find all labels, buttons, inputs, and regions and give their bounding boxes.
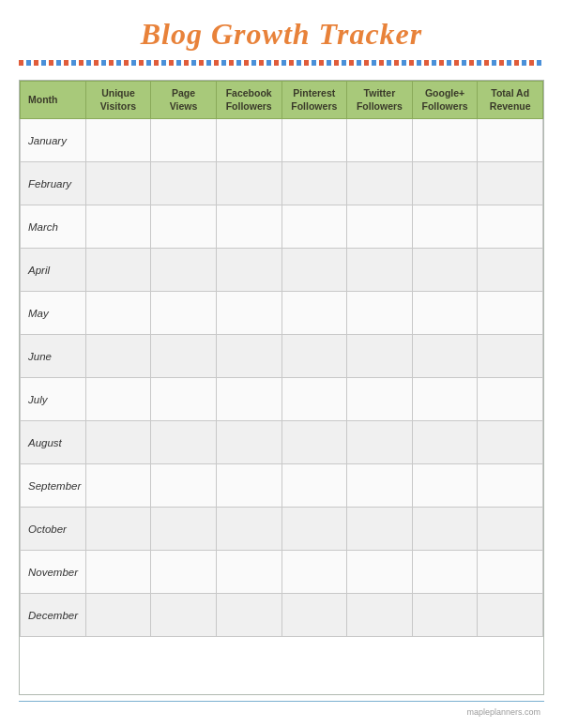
cell-data[interactable] xyxy=(151,292,217,335)
cell-data[interactable] xyxy=(412,162,478,205)
cell-data[interactable] xyxy=(85,249,151,292)
cell-data[interactable] xyxy=(282,335,347,378)
cell-data[interactable] xyxy=(151,119,217,162)
cell-data[interactable] xyxy=(282,508,347,551)
col-header-ad-revenue: Total AdRevenue xyxy=(478,82,543,119)
cell-data[interactable] xyxy=(216,119,282,162)
cell-data[interactable] xyxy=(216,508,282,551)
cell-data[interactable] xyxy=(216,378,282,421)
cell-data[interactable] xyxy=(347,378,413,421)
cell-data[interactable] xyxy=(347,119,413,162)
cell-month: September xyxy=(21,464,86,508)
cell-month: April xyxy=(21,249,86,292)
tracker-table: Month UniqueVisitors PageViews FacebookF… xyxy=(20,81,543,637)
cell-data[interactable] xyxy=(85,594,151,637)
cell-data[interactable] xyxy=(478,249,543,292)
cell-data[interactable] xyxy=(151,551,217,594)
table-row: September xyxy=(21,464,543,508)
cell-data[interactable] xyxy=(216,292,282,335)
cell-month: January xyxy=(21,119,86,162)
cell-data[interactable] xyxy=(216,205,282,249)
cell-data[interactable] xyxy=(151,249,217,292)
cell-month: November xyxy=(21,551,86,594)
cell-data[interactable] xyxy=(478,162,543,205)
cell-data[interactable] xyxy=(282,292,347,335)
cell-data[interactable] xyxy=(478,508,543,551)
cell-data[interactable] xyxy=(85,292,151,335)
cell-month: March xyxy=(21,205,86,249)
cell-data[interactable] xyxy=(216,162,282,205)
cell-data[interactable] xyxy=(347,292,413,335)
cell-data[interactable] xyxy=(347,508,413,551)
table-row: June xyxy=(21,335,543,378)
cell-data[interactable] xyxy=(151,594,217,637)
cell-data[interactable] xyxy=(216,335,282,378)
cell-data[interactable] xyxy=(216,421,282,464)
cell-data[interactable] xyxy=(282,249,347,292)
cell-data[interactable] xyxy=(412,119,478,162)
cell-data[interactable] xyxy=(216,464,282,508)
cell-data[interactable] xyxy=(85,508,151,551)
cell-data[interactable] xyxy=(216,249,282,292)
cell-data[interactable] xyxy=(478,205,543,249)
cell-data[interactable] xyxy=(151,508,217,551)
cell-data[interactable] xyxy=(282,162,347,205)
cell-data[interactable] xyxy=(412,292,478,335)
cell-data[interactable] xyxy=(85,551,151,594)
cell-data[interactable] xyxy=(151,162,217,205)
cell-data[interactable] xyxy=(412,205,478,249)
cell-data[interactable] xyxy=(478,464,543,508)
cell-data[interactable] xyxy=(85,378,151,421)
table-header-row: Month UniqueVisitors PageViews FacebookF… xyxy=(21,82,543,119)
cell-data[interactable] xyxy=(151,421,217,464)
cell-data[interactable] xyxy=(347,551,413,594)
cell-data[interactable] xyxy=(478,119,543,162)
cell-data[interactable] xyxy=(347,162,413,205)
cell-data[interactable] xyxy=(85,162,151,205)
cell-data[interactable] xyxy=(347,205,413,249)
cell-data[interactable] xyxy=(282,464,347,508)
page-title: Blog Growth Tracker xyxy=(141,17,423,52)
cell-data[interactable] xyxy=(412,594,478,637)
cell-data[interactable] xyxy=(347,249,413,292)
cell-data[interactable] xyxy=(151,205,217,249)
cell-data[interactable] xyxy=(216,551,282,594)
cell-data[interactable] xyxy=(85,335,151,378)
cell-month: June xyxy=(21,335,86,378)
cell-data[interactable] xyxy=(347,421,413,464)
cell-data[interactable] xyxy=(282,378,347,421)
cell-data[interactable] xyxy=(412,249,478,292)
cell-data[interactable] xyxy=(412,464,478,508)
cell-data[interactable] xyxy=(282,594,347,637)
cell-data[interactable] xyxy=(478,594,543,637)
cell-data[interactable] xyxy=(282,421,347,464)
cell-data[interactable] xyxy=(478,551,543,594)
col-header-pinterest: PinterestFollowers xyxy=(282,82,347,119)
cell-data[interactable] xyxy=(478,378,543,421)
cell-data[interactable] xyxy=(347,464,413,508)
cell-data[interactable] xyxy=(282,551,347,594)
cell-data[interactable] xyxy=(478,292,543,335)
cell-data[interactable] xyxy=(85,119,151,162)
cell-data[interactable] xyxy=(478,421,543,464)
cell-data[interactable] xyxy=(347,594,413,637)
table-row: July xyxy=(21,378,543,421)
cell-data[interactable] xyxy=(412,421,478,464)
table-row: January xyxy=(21,119,543,162)
cell-data[interactable] xyxy=(151,335,217,378)
cell-data[interactable] xyxy=(478,335,543,378)
cell-data[interactable] xyxy=(85,421,151,464)
cell-data[interactable] xyxy=(282,205,347,249)
cell-data[interactable] xyxy=(412,335,478,378)
cell-data[interactable] xyxy=(282,119,347,162)
cell-data[interactable] xyxy=(151,378,217,421)
cell-data[interactable] xyxy=(151,464,217,508)
cell-data[interactable] xyxy=(412,378,478,421)
cell-data[interactable] xyxy=(85,205,151,249)
cell-data[interactable] xyxy=(412,508,478,551)
cell-month: July xyxy=(21,378,86,421)
cell-data[interactable] xyxy=(347,335,413,378)
cell-data[interactable] xyxy=(85,464,151,508)
cell-data[interactable] xyxy=(216,594,282,637)
cell-data[interactable] xyxy=(412,551,478,594)
